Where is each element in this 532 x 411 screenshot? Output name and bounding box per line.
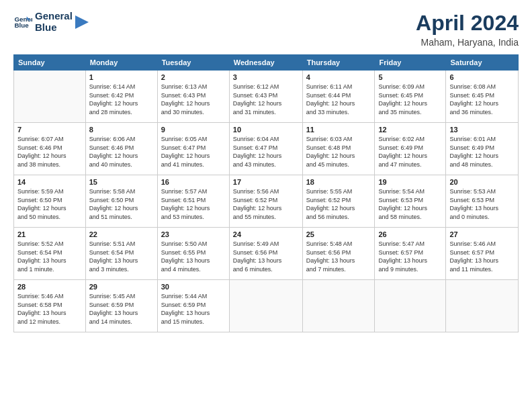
day-number: 29 bbox=[89, 283, 154, 291]
day-number: 28 bbox=[17, 283, 82, 291]
day-number: 20 bbox=[449, 178, 515, 186]
day-info: Sunrise: 6:01 AM Sunset: 6:49 PM Dayligh… bbox=[449, 135, 515, 169]
logo-line1: General bbox=[35, 11, 73, 22]
calendar-cell: 5Sunrise: 6:09 AM Sunset: 6:45 PM Daylig… bbox=[375, 71, 446, 123]
day-info: Sunrise: 5:47 AM Sunset: 6:57 PM Dayligh… bbox=[378, 240, 442, 273]
day-number: 30 bbox=[161, 283, 226, 291]
calendar-cell: 12Sunrise: 6:02 AM Sunset: 6:49 PM Dayli… bbox=[375, 123, 446, 175]
calendar-cell: 8Sunrise: 6:06 AM Sunset: 6:46 PM Daylig… bbox=[85, 123, 157, 175]
day-number: 23 bbox=[161, 230, 226, 238]
header-monday: Monday bbox=[85, 55, 157, 71]
day-number: 4 bbox=[306, 73, 371, 81]
month-title: April 2024 bbox=[416, 11, 519, 36]
day-number: 9 bbox=[161, 126, 226, 134]
header-wednesday: Wednesday bbox=[229, 55, 302, 71]
svg-text:Blue: Blue bbox=[14, 21, 29, 29]
day-number: 17 bbox=[233, 178, 299, 186]
day-number: 2 bbox=[161, 73, 226, 81]
page-container: General Blue General Blue April 2024 Mah… bbox=[0, 0, 532, 411]
day-number: 21 bbox=[17, 230, 82, 238]
logo-icon: General Blue bbox=[13, 13, 32, 32]
calendar-cell: 19Sunrise: 5:54 AM Sunset: 6:53 PM Dayli… bbox=[375, 175, 446, 228]
logo: General Blue General Blue bbox=[13, 11, 89, 33]
calendar-cell: 26Sunrise: 5:47 AM Sunset: 6:57 PM Dayli… bbox=[375, 228, 446, 280]
day-number: 11 bbox=[306, 126, 371, 134]
day-number: 24 bbox=[233, 230, 299, 238]
calendar-week-5: 28Sunrise: 5:46 AM Sunset: 6:58 PM Dayli… bbox=[14, 280, 519, 332]
location-subtitle: Maham, Haryana, India bbox=[416, 37, 519, 48]
day-number: 16 bbox=[161, 178, 226, 186]
day-info: Sunrise: 5:48 AM Sunset: 6:56 PM Dayligh… bbox=[306, 240, 371, 273]
calendar-cell bbox=[375, 280, 446, 332]
svg-marker-3 bbox=[75, 15, 89, 29]
day-number: 7 bbox=[17, 126, 82, 134]
calendar-cell: 29Sunrise: 5:45 AM Sunset: 6:59 PM Dayli… bbox=[85, 280, 157, 332]
calendar-cell: 1Sunrise: 6:14 AM Sunset: 6:42 PM Daylig… bbox=[85, 71, 157, 123]
day-info: Sunrise: 5:46 AM Sunset: 6:57 PM Dayligh… bbox=[449, 240, 515, 273]
day-info: Sunrise: 5:54 AM Sunset: 6:53 PM Dayligh… bbox=[378, 187, 442, 221]
calendar-cell: 21Sunrise: 5:52 AM Sunset: 6:54 PM Dayli… bbox=[14, 228, 86, 280]
day-number: 13 bbox=[449, 126, 515, 134]
calendar-header-row: Sunday Monday Tuesday Wednesday Thursday… bbox=[14, 55, 519, 71]
calendar-cell: 23Sunrise: 5:50 AM Sunset: 6:55 PM Dayli… bbox=[157, 228, 229, 280]
calendar-cell: 3Sunrise: 6:12 AM Sunset: 6:43 PM Daylig… bbox=[229, 71, 302, 123]
calendar-week-1: 1Sunrise: 6:14 AM Sunset: 6:42 PM Daylig… bbox=[14, 71, 519, 123]
day-info: Sunrise: 6:07 AM Sunset: 6:46 PM Dayligh… bbox=[17, 135, 82, 169]
day-number: 19 bbox=[378, 178, 442, 186]
day-number: 12 bbox=[378, 126, 442, 134]
day-info: Sunrise: 6:05 AM Sunset: 6:47 PM Dayligh… bbox=[161, 135, 226, 169]
calendar-cell bbox=[14, 71, 86, 123]
day-info: Sunrise: 5:51 AM Sunset: 6:54 PM Dayligh… bbox=[89, 240, 154, 273]
header-friday: Friday bbox=[375, 55, 446, 71]
day-number: 22 bbox=[89, 230, 154, 238]
calendar-cell: 17Sunrise: 5:56 AM Sunset: 6:52 PM Dayli… bbox=[229, 175, 302, 228]
calendar-cell: 16Sunrise: 5:57 AM Sunset: 6:51 PM Dayli… bbox=[157, 175, 229, 228]
day-number: 8 bbox=[89, 126, 154, 134]
header-thursday: Thursday bbox=[302, 55, 375, 71]
calendar-cell: 6Sunrise: 6:08 AM Sunset: 6:45 PM Daylig… bbox=[446, 71, 519, 123]
day-info: Sunrise: 5:55 AM Sunset: 6:52 PM Dayligh… bbox=[306, 187, 371, 221]
calendar-cell: 30Sunrise: 5:44 AM Sunset: 6:59 PM Dayli… bbox=[157, 280, 229, 332]
day-info: Sunrise: 5:58 AM Sunset: 6:50 PM Dayligh… bbox=[89, 187, 154, 221]
calendar-cell: 24Sunrise: 5:49 AM Sunset: 6:56 PM Dayli… bbox=[229, 228, 302, 280]
day-info: Sunrise: 6:09 AM Sunset: 6:45 PM Dayligh… bbox=[378, 83, 442, 116]
calendar-cell bbox=[229, 280, 302, 332]
calendar-cell: 9Sunrise: 6:05 AM Sunset: 6:47 PM Daylig… bbox=[157, 123, 229, 175]
calendar-cell: 20Sunrise: 5:53 AM Sunset: 6:53 PM Dayli… bbox=[446, 175, 519, 228]
day-info: Sunrise: 5:44 AM Sunset: 6:59 PM Dayligh… bbox=[161, 292, 226, 326]
day-number: 10 bbox=[233, 126, 299, 134]
calendar-cell: 11Sunrise: 6:03 AM Sunset: 6:48 PM Dayli… bbox=[302, 123, 375, 175]
calendar-cell bbox=[302, 280, 375, 332]
logo-line2: Blue bbox=[35, 22, 73, 34]
day-info: Sunrise: 5:52 AM Sunset: 6:54 PM Dayligh… bbox=[17, 240, 82, 273]
calendar-cell: 27Sunrise: 5:46 AM Sunset: 6:57 PM Dayli… bbox=[446, 228, 519, 280]
calendar-cell: 15Sunrise: 5:58 AM Sunset: 6:50 PM Dayli… bbox=[85, 175, 157, 228]
calendar-week-3: 14Sunrise: 5:59 AM Sunset: 6:50 PM Dayli… bbox=[14, 175, 519, 228]
header-area: General Blue General Blue April 2024 Mah… bbox=[13, 11, 519, 48]
calendar-cell: 14Sunrise: 5:59 AM Sunset: 6:50 PM Dayli… bbox=[14, 175, 86, 228]
day-info: Sunrise: 5:53 AM Sunset: 6:53 PM Dayligh… bbox=[449, 187, 515, 221]
logo-arrow-icon bbox=[75, 15, 89, 29]
logo-text-block: General Blue bbox=[35, 11, 73, 33]
calendar-cell: 25Sunrise: 5:48 AM Sunset: 6:56 PM Dayli… bbox=[302, 228, 375, 280]
calendar-cell: 28Sunrise: 5:46 AM Sunset: 6:58 PM Dayli… bbox=[14, 280, 86, 332]
day-number: 25 bbox=[306, 230, 371, 238]
day-number: 1 bbox=[89, 73, 154, 81]
title-area: April 2024 Maham, Haryana, India bbox=[416, 11, 519, 48]
day-number: 14 bbox=[17, 178, 82, 186]
header-sunday: Sunday bbox=[14, 55, 86, 71]
day-info: Sunrise: 6:06 AM Sunset: 6:46 PM Dayligh… bbox=[89, 135, 154, 169]
day-number: 5 bbox=[378, 73, 442, 81]
calendar-cell: 13Sunrise: 6:01 AM Sunset: 6:49 PM Dayli… bbox=[446, 123, 519, 175]
header-tuesday: Tuesday bbox=[157, 55, 229, 71]
day-number: 6 bbox=[449, 73, 515, 81]
day-info: Sunrise: 6:13 AM Sunset: 6:43 PM Dayligh… bbox=[161, 83, 226, 116]
day-number: 18 bbox=[306, 178, 371, 186]
day-info: Sunrise: 6:02 AM Sunset: 6:49 PM Dayligh… bbox=[378, 135, 442, 169]
day-info: Sunrise: 5:50 AM Sunset: 6:55 PM Dayligh… bbox=[161, 240, 226, 273]
day-info: Sunrise: 6:11 AM Sunset: 6:44 PM Dayligh… bbox=[306, 83, 371, 116]
day-info: Sunrise: 5:56 AM Sunset: 6:52 PM Dayligh… bbox=[233, 187, 299, 221]
calendar-cell: 4Sunrise: 6:11 AM Sunset: 6:44 PM Daylig… bbox=[302, 71, 375, 123]
day-info: Sunrise: 6:04 AM Sunset: 6:47 PM Dayligh… bbox=[233, 135, 299, 169]
day-info: Sunrise: 6:08 AM Sunset: 6:45 PM Dayligh… bbox=[449, 83, 515, 116]
